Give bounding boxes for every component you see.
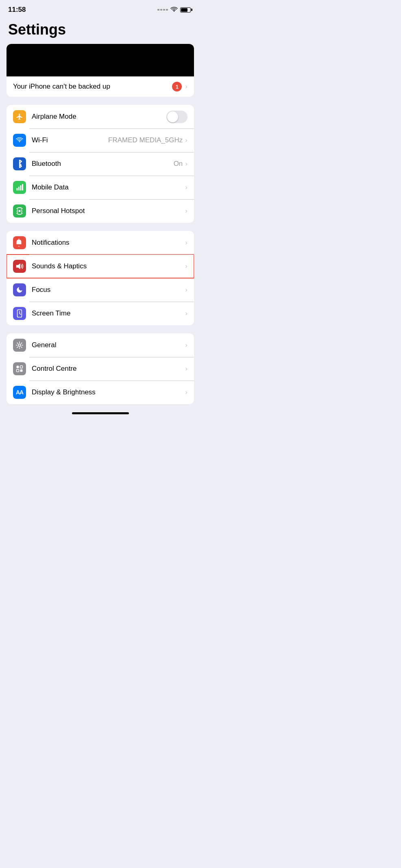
svg-rect-2 bbox=[20, 185, 22, 191]
screen-time-chevron-icon: › bbox=[185, 309, 187, 318]
notifications-icon bbox=[13, 236, 26, 249]
personal-hotspot-row[interactable]: Personal Hotspot › bbox=[7, 199, 194, 223]
screen-time-label: Screen Time bbox=[32, 309, 185, 318]
general-label: General bbox=[32, 341, 185, 349]
mobile-data-icon bbox=[13, 181, 26, 194]
wifi-chevron-icon: › bbox=[185, 136, 187, 144]
backup-badge: 1 bbox=[172, 82, 182, 91]
sounds-haptics-label: Sounds & Haptics bbox=[32, 262, 185, 270]
svg-rect-1 bbox=[18, 187, 20, 191]
wifi-icon bbox=[13, 134, 26, 147]
wifi-status-icon bbox=[170, 7, 178, 13]
wifi-label: Wi-Fi bbox=[32, 136, 108, 144]
airplane-mode-row[interactable]: Airplane Mode bbox=[7, 105, 194, 128]
sounds-haptics-row[interactable]: Sounds & Haptics › bbox=[7, 255, 194, 278]
display-brightness-label: Display & Brightness bbox=[32, 388, 185, 396]
control-centre-row[interactable]: Control Centre › bbox=[7, 357, 194, 381]
signal-strength-icon bbox=[157, 9, 168, 11]
svg-rect-3 bbox=[22, 184, 23, 191]
wifi-value: FRAMED MEDIA_5GHz bbox=[108, 136, 183, 144]
svg-point-7 bbox=[19, 344, 20, 346]
sounds-haptics-chevron-icon: › bbox=[185, 262, 187, 270]
airplane-mode-icon bbox=[13, 110, 26, 123]
backup-chevron-icon: › bbox=[185, 83, 187, 91]
notifications-chevron-icon: › bbox=[185, 239, 187, 247]
battery-icon bbox=[180, 7, 192, 13]
svg-marker-5 bbox=[16, 263, 20, 270]
control-centre-label: Control Centre bbox=[32, 365, 185, 373]
status-time: 11:58 bbox=[8, 6, 26, 14]
backup-label: Your iPhone can't be backed up bbox=[13, 83, 172, 91]
bluetooth-value: On bbox=[174, 160, 183, 168]
backup-row[interactable]: Your iPhone can't be backed up 1 › bbox=[7, 76, 194, 97]
display-brightness-row[interactable]: AA Display & Brightness › bbox=[7, 381, 194, 404]
focus-row[interactable]: Focus › bbox=[7, 278, 194, 302]
svg-rect-10 bbox=[20, 366, 23, 368]
notifications-row[interactable]: Notifications › bbox=[7, 231, 194, 255]
control-centre-icon bbox=[13, 362, 26, 375]
wifi-row[interactable]: Wi-Fi FRAMED MEDIA_5GHz › bbox=[7, 128, 194, 152]
status-bar: 11:58 bbox=[0, 0, 200, 17]
personal-hotspot-chevron-icon: › bbox=[185, 207, 187, 215]
screen-time-row[interactable]: Screen Time › bbox=[7, 302, 194, 325]
bluetooth-icon bbox=[13, 157, 26, 170]
notifications-label: Notifications bbox=[32, 239, 185, 247]
page-title: Settings bbox=[0, 17, 200, 44]
svg-point-4 bbox=[19, 210, 21, 212]
system-group-1: Notifications › Sounds & Haptics › Focus… bbox=[7, 231, 194, 325]
connectivity-group: Airplane Mode Wi-Fi FRAMED MEDIA_5GHz › … bbox=[7, 105, 194, 223]
general-chevron-icon: › bbox=[185, 341, 187, 349]
focus-icon bbox=[13, 283, 26, 296]
mobile-data-label: Mobile Data bbox=[32, 183, 185, 191]
control-centre-chevron-icon: › bbox=[185, 365, 187, 373]
mobile-data-row[interactable]: Mobile Data › bbox=[7, 176, 194, 199]
svg-rect-9 bbox=[17, 366, 19, 368]
bluetooth-row[interactable]: Bluetooth On › bbox=[7, 152, 194, 176]
status-icons bbox=[157, 7, 192, 13]
bluetooth-label: Bluetooth bbox=[32, 160, 174, 168]
general-row[interactable]: General › bbox=[7, 333, 194, 357]
display-brightness-icon: AA bbox=[13, 386, 26, 399]
svg-rect-0 bbox=[17, 188, 18, 191]
general-icon bbox=[13, 339, 26, 352]
home-indicator bbox=[72, 412, 129, 414]
svg-rect-12 bbox=[20, 370, 23, 372]
mobile-data-chevron-icon: › bbox=[185, 183, 187, 191]
svg-rect-11 bbox=[17, 370, 19, 372]
focus-chevron-icon: › bbox=[185, 286, 187, 294]
airplane-mode-toggle[interactable] bbox=[166, 111, 187, 123]
backup-banner bbox=[7, 44, 194, 76]
display-brightness-chevron-icon: › bbox=[185, 388, 187, 396]
focus-label: Focus bbox=[32, 286, 185, 294]
screen-time-icon bbox=[13, 307, 26, 320]
personal-hotspot-icon bbox=[13, 204, 26, 218]
sounds-haptics-icon bbox=[13, 260, 26, 273]
airplane-mode-label: Airplane Mode bbox=[32, 113, 166, 121]
system-group-2: General › Control Centre › AA Display & … bbox=[7, 333, 194, 404]
personal-hotspot-label: Personal Hotspot bbox=[32, 207, 185, 215]
backup-card: Your iPhone can't be backed up 1 › bbox=[7, 44, 194, 97]
bluetooth-chevron-icon: › bbox=[185, 160, 187, 168]
